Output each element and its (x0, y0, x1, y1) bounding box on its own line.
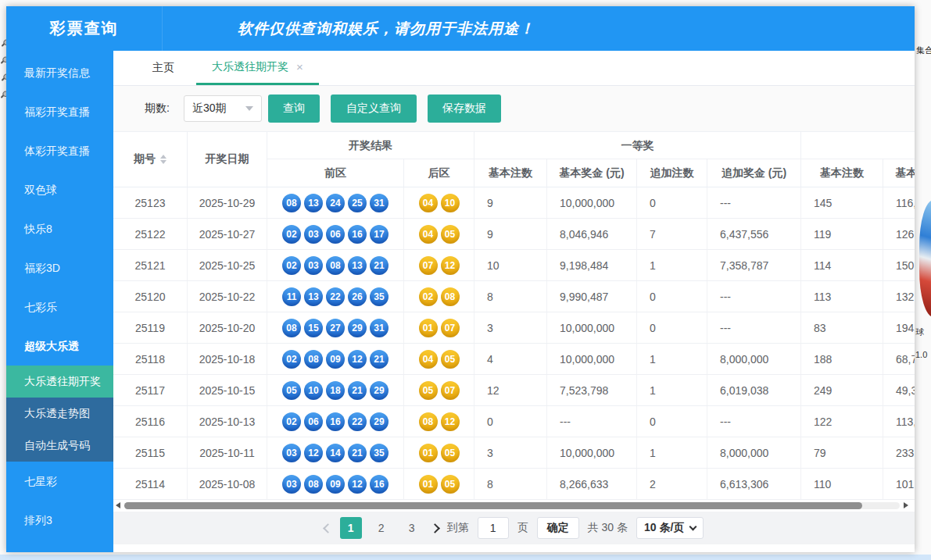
group-first-prize-label: 一等奖 (474, 132, 801, 159)
value-cell: --- (707, 281, 801, 312)
value-cell: 114 (801, 250, 883, 280)
value-cell: 4 (474, 344, 547, 374)
page-button-2[interactable]: 2 (371, 517, 392, 539)
front-balls: 0815272931 (267, 312, 404, 343)
col-basic-prize: 基本奖金 (元) (547, 159, 637, 187)
value-cell: 8 (474, 469, 547, 499)
value-cell: 3 (474, 437, 547, 468)
value-cell: 8,046,946 (547, 219, 637, 249)
table-row: 251172025-10-1505101821290507127,523,798… (113, 375, 915, 406)
sidebar-item-fucai-live[interactable]: 福彩开奖直播 (6, 92, 113, 131)
page-size-select[interactable]: 10 条/页 (636, 517, 704, 539)
front-balls: 1113222635 (267, 281, 404, 312)
col-issue-label: 期号 (134, 152, 156, 166)
col-basic-prize-2: 基本奖金 (元) (883, 159, 915, 187)
table-row: 251152025-10-1103121421350105310,000,000… (113, 437, 915, 469)
value-cell: 8 (474, 281, 547, 312)
sidebar-item-kuaile8[interactable]: 快乐8 (6, 209, 113, 248)
date-cell: 2025-10-25 (188, 250, 267, 280)
front-ball: 26 (348, 287, 367, 306)
query-button[interactable]: 查询 (268, 95, 320, 123)
front-balls: 0208091221 (267, 344, 404, 374)
table-row: 251182025-10-1802080912210405410,000,000… (113, 344, 915, 375)
issue-cell: 25118 (113, 344, 188, 374)
value-cell: 7,523,798 (547, 375, 637, 405)
back-balls: 0712 (404, 250, 474, 280)
front-ball: 17 (370, 225, 389, 244)
col-date-label: 开奖日期 (206, 152, 249, 166)
sidebar-item-latest-info[interactable]: 最新开奖信息 (6, 53, 113, 92)
back-ball: 04 (419, 194, 438, 212)
back-ball: 12 (441, 256, 460, 275)
page-button-1[interactable]: 1 (340, 517, 362, 539)
close-icon[interactable]: × (296, 61, 303, 73)
sidebar-item-fucai3d[interactable]: 福彩3D (6, 248, 113, 287)
page-button-3[interactable]: 3 (401, 517, 423, 539)
total-count-label: 共 30 条 (588, 521, 628, 535)
value-cell: 1 (637, 437, 707, 468)
value-cell: 8,000,000 (707, 344, 801, 374)
sidebar-item-pailie3[interactable]: 排列3 (6, 501, 113, 540)
next-page-icon[interactable] (430, 523, 440, 533)
front-ball: 12 (348, 350, 367, 369)
front-ball: 08 (304, 475, 323, 494)
goto-page-input[interactable] (478, 517, 509, 539)
sidebar-item-ticai-live[interactable]: 体彩开奖直播 (6, 131, 113, 170)
back-balls: 0208 (404, 281, 474, 312)
col-front-zone: 前区 (267, 159, 404, 187)
tab-past-draws[interactable]: 大乐透往期开奖 × (196, 51, 319, 85)
value-cell: 6,437,556 (707, 219, 801, 249)
front-ball: 18 (326, 381, 345, 400)
sort-icon[interactable] (160, 155, 167, 164)
front-ball: 06 (304, 412, 323, 431)
period-select[interactable]: 近30期 (184, 95, 262, 122)
scroll-right-icon[interactable] (904, 502, 908, 508)
scrollbar-thumb[interactable] (124, 502, 862, 509)
sidebar-item-qicaile[interactable]: 七彩乐 (6, 287, 113, 326)
front-ball: 02 (282, 225, 301, 244)
taskbar-edge (0, 555, 931, 560)
sidebar-item-auto-generate[interactable]: 自动生成号码 (6, 430, 113, 462)
group-second-prize-label (801, 132, 915, 159)
value-cell: 145 (801, 187, 883, 218)
custom-query-button[interactable]: 自定义查询 (331, 95, 417, 123)
front-ball: 08 (304, 350, 323, 369)
value-cell: 68,7 (883, 344, 915, 374)
prev-page-icon[interactable] (323, 523, 333, 533)
value-cell: 49,3 (883, 375, 915, 405)
front-ball: 12 (348, 475, 367, 494)
chevron-down-icon (245, 106, 253, 111)
front-ball: 29 (370, 412, 389, 431)
front-ball: 15 (304, 319, 323, 337)
back-ball: 10 (441, 194, 460, 212)
date-cell: 2025-10-22 (188, 281, 267, 312)
sidebar-item-past-draws[interactable]: 大乐透往期开奖 (6, 366, 113, 398)
front-ball: 03 (282, 475, 301, 494)
sidebar-item-qixingcai[interactable]: 七星彩 (6, 462, 113, 501)
confirm-button[interactable]: 确定 (537, 517, 579, 539)
date-cell: 2025-10-13 (188, 406, 267, 437)
issue-cell: 25115 (113, 437, 188, 468)
front-ball: 12 (304, 444, 323, 462)
value-cell: 249 (801, 375, 883, 405)
front-balls: 0308091216 (267, 469, 404, 499)
app-header: 彩票查询 软件仅供查询和娱乐，请勿用于非法用途！ (6, 6, 915, 51)
sidebar-item-shuangseqiu[interactable]: 双色球 (6, 170, 113, 209)
issue-cell: 25122 (113, 219, 188, 249)
goto-label: 到第 (447, 521, 469, 535)
col-bonus-prize: 追加奖金 (元) (707, 159, 801, 187)
save-data-button[interactable]: 保存数据 (428, 95, 501, 123)
front-ball: 22 (348, 412, 367, 431)
front-ball: 11 (282, 287, 301, 306)
scroll-left-icon[interactable] (116, 502, 120, 508)
value-cell: 8,000,000 (707, 437, 801, 468)
value-cell: 6,613,306 (707, 469, 801, 499)
tab-home[interactable]: 主页 (131, 51, 196, 85)
back-ball: 05 (441, 444, 460, 462)
col-issue[interactable]: 期号 (113, 132, 188, 187)
back-ball: 05 (441, 475, 460, 494)
front-ball: 03 (282, 444, 301, 462)
sidebar-item-super-lotto[interactable]: 超级大乐透 (6, 326, 113, 366)
sidebar-item-trend-chart[interactable]: 大乐透走势图 (6, 398, 113, 430)
front-ball: 09 (326, 350, 345, 369)
